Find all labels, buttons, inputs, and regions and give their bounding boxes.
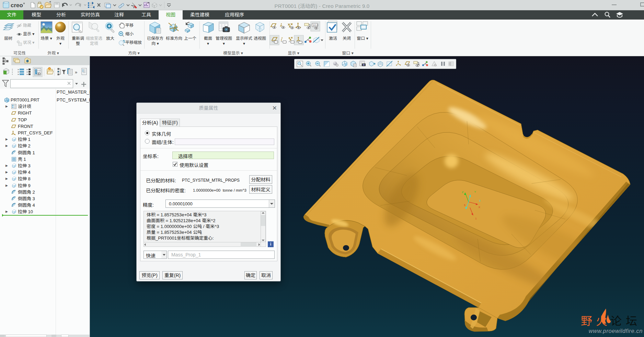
svg-text:10.0: 10.0 — [313, 24, 318, 27]
svg-text:»: » — [75, 70, 77, 75]
svg-text:野火: 野火 — [581, 312, 611, 328]
svg-text:Z: Z — [462, 191, 464, 194]
svg-text:Y: Y — [474, 190, 476, 193]
svg-text:5: 5 — [464, 204, 465, 206]
svg-text:论坛: 论坛 — [610, 312, 641, 328]
svg-text:1: 1 — [475, 217, 477, 220]
svg-text:X: X — [479, 206, 481, 209]
svg-text:3: 3 — [479, 200, 480, 202]
